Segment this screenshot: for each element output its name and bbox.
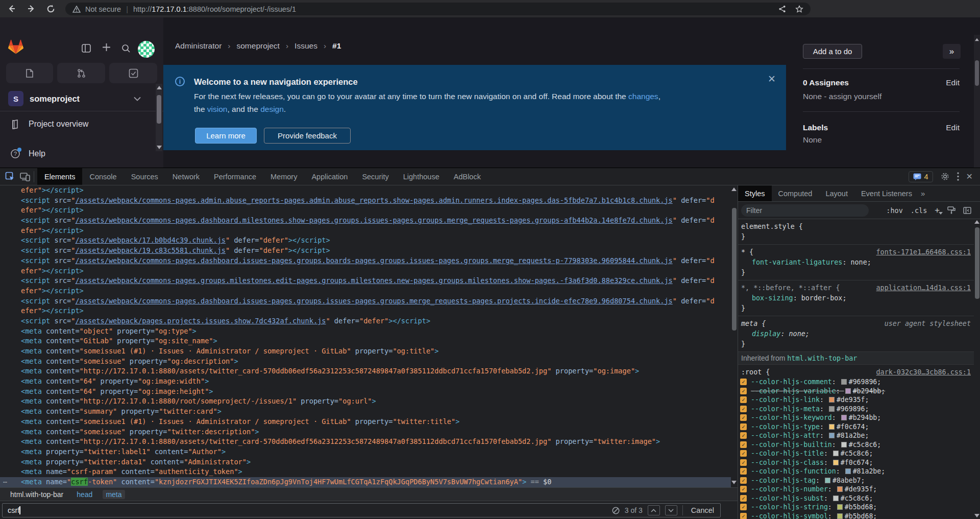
css-property[interactable]: font-variant-ligatures: none;	[738, 257, 974, 268]
devtools-tab-sources[interactable]: Sources	[124, 168, 165, 185]
code-line[interactable]: <meta content="someissue1 (#1) · Issues …	[0, 346, 731, 357]
code-line[interactable]: <script src="/assets/webpack/pages.proje…	[0, 316, 731, 326]
new-plus-icon[interactable]	[102, 42, 111, 52]
code-line[interactable]: efer"></script>	[0, 266, 731, 276]
code-line[interactable]: <meta content="someissue" property="og:d…	[0, 357, 731, 367]
code-line[interactable]: <script src="/assets/webpack/17.b0bd4c39…	[0, 235, 731, 246]
address-bar[interactable]: Not secure | http://172.17.0.1:8880/root…	[65, 3, 811, 15]
color-swatch[interactable]	[833, 451, 839, 456]
sidebar-scrollbar[interactable]	[156, 84, 162, 151]
elements-scrollbar[interactable]	[731, 185, 738, 487]
code-line[interactable]: <meta content="someissue" property="twit…	[0, 427, 731, 437]
devtools-tab-console[interactable]: Console	[82, 168, 124, 185]
resource-link[interactable]: /assets/webpack/17.b0bd4c39.chunk.js	[75, 236, 226, 244]
color-swatch[interactable]	[833, 496, 839, 501]
code-line[interactable]: <script src="/assets/webpack/commons-pag…	[0, 276, 731, 286]
code-line[interactable]: <script src="/assets/webpack/commons-pag…	[0, 256, 731, 266]
settings-gear-icon[interactable]	[940, 172, 950, 181]
property-checkbox[interactable]: ✓	[740, 486, 747, 492]
css-selector[interactable]: *, *::before, *::after {	[741, 283, 840, 293]
next-match-button[interactable]	[665, 505, 677, 515]
resource-link[interactable]: /assets/webpack/pages.projects.issues.sh…	[75, 317, 326, 325]
close-devtools-icon[interactable]: ✕	[966, 172, 973, 181]
cancel-button[interactable]: Cancel	[691, 506, 714, 514]
dom-crumb[interactable]: meta	[103, 490, 125, 499]
assignees-edit-button[interactable]: Edit	[946, 78, 960, 87]
previous-match-button[interactable]	[648, 505, 660, 515]
css-selector[interactable]: element.style {	[741, 222, 803, 232]
breadcrumb-item[interactable]: someproject	[236, 41, 279, 51]
css-property[interactable]: box-sizing: border-box;	[738, 293, 974, 303]
property-checkbox[interactable]: ✓	[740, 396, 747, 403]
code-line[interactable]: <meta property="twitter:data1" content="…	[0, 457, 731, 467]
devtools-tab-adblock[interactable]: AdBlock	[447, 168, 488, 185]
provide-feedback-button[interactable]: Provide feedback	[264, 128, 351, 144]
more-tabs-icon[interactable]: »	[921, 189, 925, 198]
code-line[interactable]: ⋯<meta name="csrf-token" content="kznjdo…	[0, 477, 731, 487]
devtools-tab-network[interactable]: Network	[165, 168, 207, 185]
styles-tab-layout[interactable]: Layout	[819, 185, 854, 201]
code-line[interactable]: efer"></script>	[0, 226, 731, 236]
new-style-rule-icon[interactable]: +	[935, 205, 940, 215]
code-line[interactable]: <meta content="object" property="og:type…	[0, 326, 731, 337]
color-swatch[interactable]	[841, 415, 847, 420]
color-swatch[interactable]	[829, 406, 835, 412]
property-checkbox[interactable]: ✓	[740, 504, 747, 510]
toggle-hover-state-button[interactable]: :hov	[886, 206, 903, 215]
color-swatch[interactable]	[833, 460, 839, 465]
sidebar-item-help[interactable]: ? Help	[0, 144, 163, 163]
sidebar-item-project-overview[interactable]: Project overview	[0, 114, 163, 134]
color-swatch[interactable]	[837, 486, 843, 492]
clear-search-icon[interactable]	[612, 507, 620, 514]
devtools-tab-security[interactable]: Security	[355, 168, 396, 185]
breadcrumb-item[interactable]: Issues	[295, 41, 317, 51]
code-line[interactable]: <meta content="someissue1 (#1) · Issues …	[0, 417, 731, 427]
close-icon[interactable]: ✕	[768, 73, 776, 85]
color-swatch[interactable]	[841, 379, 847, 385]
add-todo-button[interactable]: Add a to do	[803, 44, 862, 59]
color-swatch[interactable]	[829, 397, 835, 403]
resource-link[interactable]: /assets/webpack/commons-pages.dashboard.…	[75, 216, 672, 224]
inherited-selector[interactable]: html.with-top-bar	[787, 355, 857, 362]
project-switcher[interactable]: S someproject	[0, 88, 163, 109]
property-checkbox[interactable]: ✓	[740, 495, 747, 502]
resource-link[interactable]: /assets/webpack/commons-pages.dashboard.…	[75, 297, 672, 305]
devtools-tab-elements[interactable]: Elements	[37, 168, 82, 185]
more-options-icon[interactable]	[957, 172, 959, 181]
expand-dots-icon[interactable]: ⋯	[3, 477, 7, 487]
devtools-tab-lighthouse[interactable]: Lighthouse	[396, 168, 447, 185]
color-format-icon[interactable]	[947, 206, 955, 214]
color-swatch[interactable]	[845, 388, 851, 394]
resource-link[interactable]: /assets/webpack/commons-pages.dashboard.…	[75, 256, 672, 265]
stylesheet-link[interactable]: dark-032c30…3cb86.css:1	[876, 367, 971, 378]
css-selector[interactable]: :root {	[741, 367, 770, 378]
devtools-tab-memory[interactable]: Memory	[263, 168, 304, 185]
merge-requests-shortcut-button[interactable]	[57, 63, 105, 83]
styles-tab-styles[interactable]: Styles	[738, 185, 772, 201]
property-checkbox[interactable]: ✓	[740, 459, 747, 466]
code-line[interactable]: <meta property="twitter:label1" content=…	[0, 447, 731, 457]
property-checkbox[interactable]: ✓	[740, 423, 747, 430]
inspect-element-icon[interactable]	[4, 171, 15, 182]
stylesheet-link[interactable]: application…14d1a.css:1	[876, 283, 971, 293]
device-toolbar-icon[interactable]	[19, 171, 31, 182]
property-checkbox[interactable]: ✓	[740, 388, 747, 394]
sidebar-toggle-icon[interactable]	[82, 44, 91, 53]
resource-link[interactable]: /assets/webpack/19.c83c5581.chunk.js	[75, 246, 226, 254]
code-line[interactable]: efer"></script>	[0, 205, 731, 216]
styles-tab-computed[interactable]: Computed	[772, 185, 819, 201]
code-line[interactable]: <meta content="GitLab" property="og:site…	[0, 336, 731, 346]
code-line[interactable]: <meta content="64" property="og:image:he…	[0, 387, 731, 397]
resource-link[interactable]: /assets/webpack/commons-pages.admin.abus…	[75, 196, 672, 204]
property-checkbox[interactable]: ✓	[740, 477, 747, 484]
code-line[interactable]: <meta content="summary" property="twitte…	[0, 407, 731, 417]
design-link[interactable]: design	[260, 105, 284, 113]
code-line[interactable]: <script src="/assets/webpack/commons-pag…	[0, 216, 731, 226]
breadcrumb-item[interactable]: Administrator	[175, 41, 222, 51]
code-line[interactable]: <meta name="csrf-param" content="authent…	[0, 467, 731, 477]
styles-scrollbar[interactable]	[974, 202, 980, 519]
learn-more-button[interactable]: Learn more	[195, 128, 257, 144]
labels-edit-button[interactable]: Edit	[946, 123, 960, 132]
css-selector[interactable]: meta {	[741, 319, 766, 329]
changes-link[interactable]: changes	[628, 92, 658, 101]
